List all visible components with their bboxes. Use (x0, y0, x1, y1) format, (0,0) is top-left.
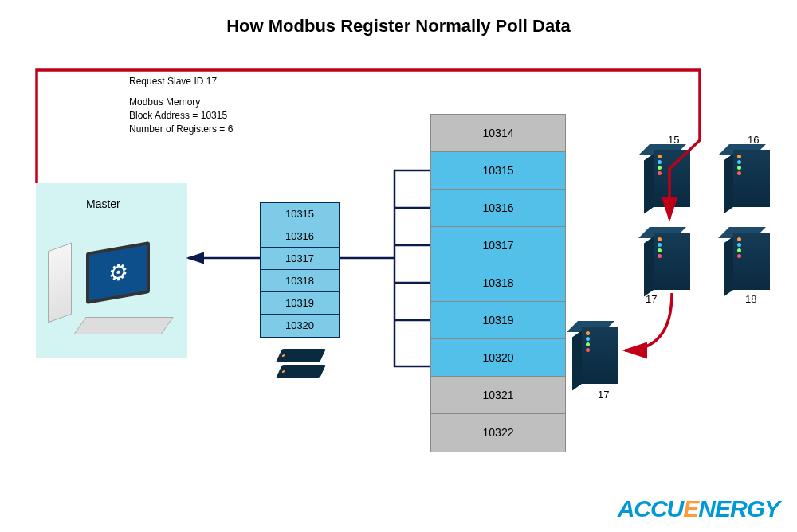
brand-part2: E (683, 495, 698, 522)
accuenergy-logo: ACCUENERGY (618, 495, 779, 522)
server-label: 16 (748, 134, 759, 146)
small-server-icon (279, 349, 323, 379)
server-node-16 (733, 150, 770, 207)
table-row: 10316 (261, 225, 339, 248)
master-computer-icon: ⚙ (48, 247, 175, 350)
table-row: 10317 (261, 248, 339, 270)
diagram-title: How Modbus Register Normally Poll Data (0, 16, 797, 37)
table-row: 10316 (431, 190, 565, 227)
memory-line-2: Block Address = 10315 (129, 109, 233, 123)
server-node-18 (733, 233, 770, 290)
table-row: 10318 (261, 270, 339, 292)
table-row: 10319 (261, 292, 339, 315)
brand-part3: NERGY (698, 495, 779, 522)
table-row: 10319 (431, 302, 565, 339)
response-register-table: 10315 10316 10317 10318 10319 10320 (260, 202, 340, 338)
table-row: 10320 (261, 315, 339, 337)
table-row: 10318 (431, 264, 565, 302)
table-row: 10315 (261, 203, 339, 225)
table-row: 10314 (431, 115, 565, 152)
table-row: 10322 (431, 414, 565, 452)
server-node-15 (654, 150, 690, 207)
memory-line-1: Modbus Memory (129, 96, 233, 109)
master-label: Master (86, 198, 120, 210)
server-label: 17 (646, 293, 657, 305)
server-node-17 (654, 233, 690, 290)
table-row: 10317 (431, 227, 565, 264)
table-row: 10320 (431, 339, 565, 377)
server-node-17b (582, 327, 618, 384)
gear-icon: ⚙ (108, 258, 128, 288)
server-label: 15 (668, 134, 679, 146)
memory-info-block: Modbus Memory Block Address = 10315 Numb… (129, 96, 233, 135)
modbus-memory-table: 10314 10315 10316 10317 10318 10319 1032… (430, 114, 566, 452)
memory-line-3: Number of Registers = 6 (129, 123, 233, 136)
table-row: 10315 (431, 152, 565, 190)
server-label: 17 (598, 389, 609, 401)
request-slave-label: Request Slave ID 17 (129, 76, 217, 87)
server-label: 18 (745, 293, 756, 305)
brand-part1: ACCU (618, 495, 684, 522)
table-row: 10321 (431, 377, 565, 414)
